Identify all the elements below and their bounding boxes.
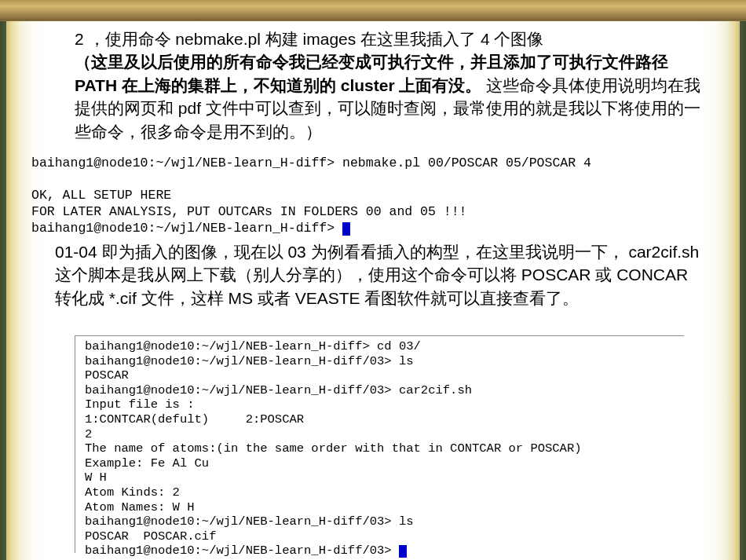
term2-l14: POSCAR POSCAR.cif bbox=[85, 529, 216, 544]
paragraph-2: 01-04 即为插入的图像，现在以 03 为例看看插入的构型，在这里我说明一下，… bbox=[55, 240, 707, 309]
term2-l4: baihang1@node10:~/wjl/NEB-learn_H-diff/0… bbox=[85, 383, 472, 397]
term2-l13: baihang1@node10:~/wjl/NEB-learn_H-diff/0… bbox=[85, 514, 414, 529]
term2-l8: The name of atoms:(in the same order wit… bbox=[85, 441, 582, 456]
term2-l9: Example: Fe Al Cu bbox=[85, 456, 209, 470]
term2-l12: Atom Names: W H bbox=[85, 500, 195, 514]
terminal-block-2: baihang1@node10:~/wjl/NEB-learn_H-diff> … bbox=[75, 336, 684, 560]
term1-l3: OK, ALL SETUP HERE bbox=[31, 188, 171, 203]
decorative-top-band bbox=[0, 0, 746, 21]
term1-l5: baihang1@node10:~/wjl/NEB-learn_H-diff> bbox=[31, 221, 342, 236]
term2-l15: baihang1@node10:~/wjl/NEB-learn_H-diff/0… bbox=[85, 544, 399, 558]
term2-l2: baihang1@node10:~/wjl/NEB-learn_H-diff/0… bbox=[85, 354, 414, 368]
paragraph-1: 2 ，使用命令 nebmake.pl 构建 images 在这里我插入了 4 个… bbox=[75, 27, 707, 143]
para1-line1: 2 ，使用命令 nebmake.pl 构建 images 在这里我插入了 4 个… bbox=[75, 30, 543, 48]
cursor-icon bbox=[399, 545, 407, 558]
term1-l1: baihang1@node10:~/wjl/NEB-learn_H-diff> … bbox=[31, 156, 591, 170]
term2-l1: baihang1@node10:~/wjl/NEB-learn_H-diff> … bbox=[85, 339, 421, 353]
term1-l4: FOR LATER ANALYSIS, PUT OUTCARs IN FOLDE… bbox=[31, 204, 467, 219]
terminal-block-1: baihang1@node10:~/wjl/NEB-learn_H-diff> … bbox=[31, 156, 715, 236]
term2-l3: POSCAR bbox=[85, 368, 129, 382]
cursor-icon bbox=[342, 222, 350, 236]
term2-l11: Atom Kinds: 2 bbox=[85, 485, 180, 500]
slide-content: 2 ，使用命令 nebmake.pl 构建 images 在这里我插入了 4 个… bbox=[55, 27, 707, 143]
term2-l6: 1:CONTCAR(defult) 2:POSCAR bbox=[85, 412, 304, 426]
term2-l5: Input file is : bbox=[85, 397, 195, 412]
term2-l7: 2 bbox=[85, 427, 92, 441]
terminal-block-2-frame: baihang1@node10:~/wjl/NEB-learn_H-diff> … bbox=[75, 335, 684, 553]
term2-l10: W H bbox=[85, 470, 107, 485]
